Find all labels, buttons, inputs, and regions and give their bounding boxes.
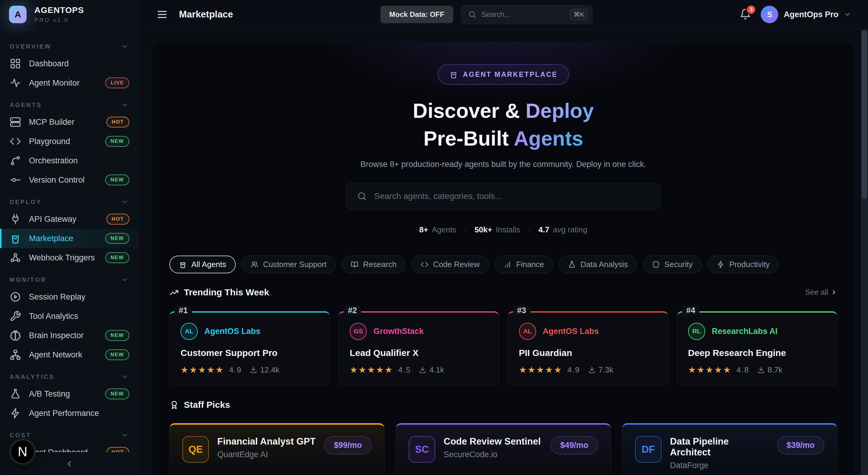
publisher-name: AgentOS Labs	[543, 327, 599, 336]
staff-picks-grid: QE Financial Analyst GPT QuantEdge AI $9…	[169, 423, 837, 475]
star-rating: ★★★★★	[181, 366, 224, 374]
trending-card-customer-support-pro[interactable]: #1 AL AgentOS Labs Customer Support Pro …	[169, 311, 330, 386]
hero-section: AGENT MARKETPLACE Discover & DeployPre-B…	[152, 42, 855, 234]
new-badge: NEW	[105, 349, 129, 360]
scrollbar-track[interactable]	[861, 30, 868, 475]
filter-data-analysis[interactable]: Data Analysis	[559, 256, 637, 273]
notifications-button[interactable]: 3	[740, 8, 752, 21]
category-filters: All Agents Customer Support Research Cod…	[169, 256, 837, 273]
chevron-down-icon	[121, 198, 129, 206]
section-title: Staff Picks	[184, 400, 230, 410]
sidebar-item-brain-inspector[interactable]: Brain Inspector NEW	[0, 326, 138, 345]
filter-research[interactable]: Research	[341, 256, 406, 273]
chevron-down-icon	[121, 431, 129, 439]
sidebar-item-label: A/B Testing	[29, 389, 70, 399]
section-label: ANALYTICS	[10, 373, 55, 380]
sidebar-item-tool-analytics[interactable]: Tool Analytics	[0, 307, 138, 326]
rank-label: #4	[682, 305, 700, 316]
topbar-search-input[interactable]	[481, 10, 565, 19]
rank-label: #1	[175, 305, 192, 316]
sidebar-collapse-button[interactable]	[65, 459, 74, 468]
trending-card-pii-guardian[interactable]: #3 AL AgentOS Labs PII Guardian ★★★★★ 4.…	[508, 311, 668, 386]
filter-customer-support[interactable]: Customer Support	[241, 256, 336, 273]
sidebar-section-monitor[interactable]: MONITOR	[0, 276, 138, 284]
menu-icon[interactable]	[156, 8, 168, 21]
sidebar-item-dashboard[interactable]: Dashboard	[0, 54, 138, 73]
download-icon	[418, 366, 427, 374]
hero-search[interactable]	[346, 183, 660, 210]
sidebar-section-analytics[interactable]: ANALYTICS	[0, 373, 138, 381]
sidebar-item-agent-monitor[interactable]: Agent Monitor LIVE	[0, 73, 138, 93]
sidebar-item-orchestration[interactable]: Orchestration	[0, 151, 138, 170]
hero-badge-label: AGENT MARKETPLACE	[463, 70, 558, 79]
topbar-search[interactable]: ⌘K	[461, 5, 592, 24]
app-logo: A	[9, 6, 27, 23]
sidebar-item-version-control[interactable]: Version Control NEW	[0, 170, 138, 190]
staff-card-data-pipeline-architect[interactable]: DF Data Pipeline Architect DataForge $39…	[622, 423, 837, 475]
sidebar-item-label: Brain Inspector	[29, 331, 84, 340]
sidebar-section-cost[interactable]: COST	[0, 431, 138, 439]
sidebar-item-marketplace[interactable]: Marketplace NEW	[0, 229, 138, 248]
shopping-bag-icon	[179, 260, 187, 268]
filter-code-review[interactable]: Code Review	[411, 256, 489, 273]
sidebar-item-ab-testing[interactable]: A/B Testing NEW	[0, 384, 138, 404]
profile-menu[interactable]: S AgentOps Pro	[761, 6, 851, 23]
new-badge: NEW	[105, 136, 129, 147]
nextjs-dev-badge[interactable]: N	[10, 439, 35, 464]
topbar: Marketplace Mock Data: OFF ⌘K 3 S AgentO…	[138, 0, 868, 29]
sidebar-section-agents[interactable]: AGENTS	[0, 101, 138, 109]
sidebar-section-deploy[interactable]: DEPLOY	[0, 198, 138, 206]
hero-search-input[interactable]	[374, 191, 650, 201]
rank-label: #3	[513, 305, 530, 316]
trending-card-lead-qualifier-x[interactable]: #2 GS GrowthStack Lead Qualifier X ★★★★★…	[338, 311, 499, 386]
filter-finance[interactable]: Finance	[495, 256, 553, 273]
new-badge: NEW	[105, 175, 129, 185]
section-title: Trending This Week	[184, 287, 269, 297]
filter-productivity[interactable]: Productivity	[708, 256, 779, 273]
section-label: COST	[10, 432, 31, 439]
download-count: 7.3k	[598, 365, 613, 375]
agent-name: Deep Research Engine	[688, 348, 826, 358]
staff-card-financial-analyst-gpt[interactable]: QE Financial Analyst GPT QuantEdge AI $9…	[169, 423, 384, 475]
agent-description: Security-first PR reviewer. Scans for OW…	[409, 473, 598, 475]
filter-all-agents[interactable]: All Agents	[169, 256, 236, 273]
award-icon	[169, 400, 179, 410]
publisher-name: ResearchLabs AI	[712, 327, 778, 336]
sidebar-item-agent-performance[interactable]: Agent Performance	[0, 404, 138, 423]
sidebar-header: A AGENTOPS PRO v1.0	[0, 0, 138, 29]
vendor-name: SecureCode.io	[444, 450, 541, 459]
staff-card-code-review-sentinel[interactable]: SC Code Review Sentinel SecureCode.io $4…	[396, 423, 611, 475]
sidebar-item-playground[interactable]: Playground NEW	[0, 132, 138, 151]
sidebar-item-agent-network[interactable]: Agent Network NEW	[0, 345, 138, 365]
vendor-name: QuantEdge AI	[217, 450, 315, 459]
download-icon	[250, 366, 257, 374]
see-all-link[interactable]: See all	[805, 288, 837, 296]
users-icon	[250, 260, 258, 268]
profile-name: AgentOps Pro	[784, 10, 838, 19]
agent-avatar: DF	[635, 436, 661, 463]
agent-name: Customer Support Pro	[181, 348, 318, 358]
code-icon	[10, 136, 21, 147]
sidebar-item-api-gateway[interactable]: API Gateway HOT	[0, 210, 138, 229]
sidebar-section-overview[interactable]: OVERVIEW	[0, 42, 138, 50]
agent-name: Data Pipeline Architect	[670, 436, 769, 458]
rating-value: 4.9	[567, 365, 580, 375]
sidebar-item-label: Agent Monitor	[29, 78, 80, 88]
search-icon	[357, 191, 367, 201]
hot-badge: HOT	[106, 117, 129, 127]
section-label: MONITOR	[10, 276, 46, 283]
sidebar-item-session-replay[interactable]: Session Replay	[0, 287, 138, 307]
trending-card-deep-research-engine[interactable]: #4 RL ResearchLabs AI Deep Research Engi…	[677, 311, 837, 386]
price-badge: $39/mo	[777, 436, 824, 454]
scrollbar-thumb[interactable]	[862, 30, 867, 199]
brain-icon	[10, 330, 21, 341]
sidebar-item-webhook-triggers[interactable]: Webhook Triggers NEW	[0, 248, 138, 267]
sidebar-item-mcp-builder[interactable]: MCP Builder HOT	[0, 113, 138, 132]
mock-data-toggle[interactable]: Mock Data: OFF	[380, 6, 454, 23]
filter-security[interactable]: Security	[643, 256, 702, 273]
chevron-down-icon	[844, 11, 851, 18]
page-title: Marketplace	[179, 9, 233, 20]
search-icon	[468, 10, 476, 19]
sidebar: A AGENTOPS PRO v1.0 OVERVIEW Dashboard A…	[0, 0, 138, 475]
trending-up-icon	[169, 288, 179, 297]
